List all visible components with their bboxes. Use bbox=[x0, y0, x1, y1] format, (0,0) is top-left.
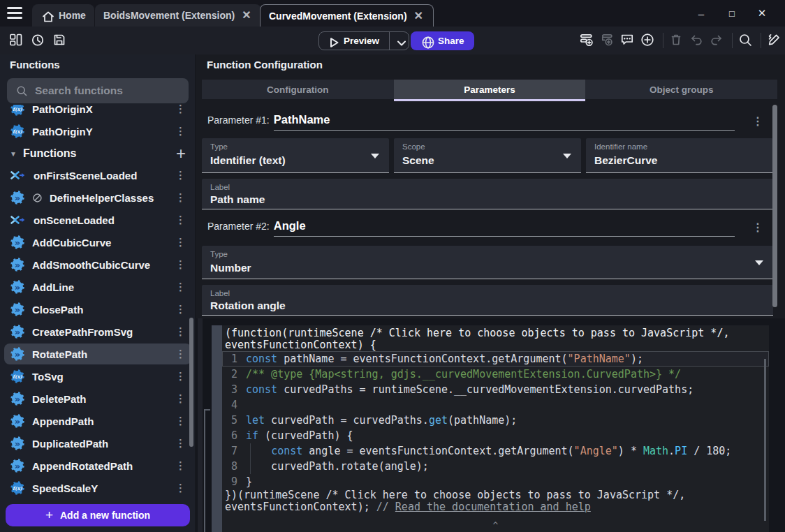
preview-button[interactable]: Preview bbox=[318, 31, 409, 50]
share-button[interactable]: Share bbox=[411, 31, 474, 50]
code-line-8[interactable]: 8 curvedPath.rotate(angle); bbox=[222, 459, 769, 474]
code-scrollbar[interactable] bbox=[764, 359, 766, 521]
code-line-9[interactable]: 9} bbox=[222, 474, 769, 489]
add-function-button[interactable]: + Add a new function bbox=[6, 504, 190, 526]
collapse-triangle-icon[interactable]: ▼ bbox=[10, 150, 17, 158]
code-line-7[interactable]: 7 const angle = eventsFunctionContext.ge… bbox=[222, 443, 769, 459]
menu-icon[interactable] bbox=[7, 7, 22, 20]
save-icon[interactable] bbox=[52, 32, 68, 49]
parameter-1-type-select[interactable]: Type Identifier (text) bbox=[202, 138, 389, 173]
parameter-2-menu-icon[interactable]: ⋮ bbox=[752, 221, 763, 234]
function-item-PathOriginY[interactable]: f(x)PathOriginY⋮ bbox=[4, 121, 191, 142]
search-input[interactable]: Search functions bbox=[7, 78, 189, 103]
panels-icon[interactable] bbox=[8, 32, 25, 49]
item-menu-icon[interactable]: ⋮ bbox=[175, 459, 186, 472]
maximize-button[interactable]: □ bbox=[722, 6, 742, 21]
tab-home[interactable]: Home bbox=[32, 4, 94, 27]
search-icon bbox=[15, 84, 28, 97]
history-icon[interactable] bbox=[30, 32, 47, 49]
item-menu-icon[interactable]: ⋮ bbox=[175, 105, 186, 115]
parameter-2-type-select[interactable]: Type Number bbox=[202, 246, 773, 279]
function-item-DeletePath[interactable]: »DeletePath⋮ bbox=[4, 388, 191, 409]
close-button[interactable]: ✕ bbox=[752, 6, 772, 21]
item-menu-icon[interactable]: ⋮ bbox=[175, 236, 186, 249]
code-line-6[interactable]: 6if (curvedPath) { bbox=[222, 428, 769, 443]
item-menu-icon[interactable]: ⋮ bbox=[175, 258, 186, 271]
field-value: Path name bbox=[210, 193, 265, 206]
tab-boidsmovement[interactable]: BoidsMovement (Extension) ✕ bbox=[95, 4, 261, 27]
function-item-CreatePathFromSvg[interactable]: »CreatePathFromSvg⋮ bbox=[4, 321, 191, 342]
code-line-5[interactable]: 5let curvedPath = curvedPaths.get(pathNa… bbox=[222, 413, 769, 428]
item-menu-icon[interactable]: ⋮ bbox=[175, 370, 186, 383]
item-menu-icon[interactable]: ⋮ bbox=[175, 214, 186, 226]
parameter-1-menu-icon[interactable]: ⋮ bbox=[752, 114, 763, 128]
tab-configuration[interactable]: Configuration bbox=[202, 80, 394, 99]
undo-icon[interactable] bbox=[689, 32, 705, 49]
function-item-DefineHelperClasses[interactable]: »DefineHelperClasses⋮ bbox=[4, 187, 191, 208]
item-menu-icon[interactable]: ⋮ bbox=[175, 415, 186, 427]
item-menu-icon[interactable]: ⋮ bbox=[175, 303, 186, 316]
tab-parameters[interactable]: Parameters bbox=[394, 80, 586, 99]
function-name: AddCubicCurve bbox=[32, 237, 111, 249]
item-menu-icon[interactable]: ⋮ bbox=[175, 281, 186, 293]
function-item-PathOriginX[interactable]: f(x)PathOriginX⋮ bbox=[4, 105, 191, 119]
item-menu-icon[interactable]: ⋮ bbox=[175, 325, 186, 338]
sidebar-scrollbar[interactable] bbox=[189, 318, 193, 447]
item-menu-icon[interactable]: ⋮ bbox=[175, 437, 186, 450]
magic-pencil-icon[interactable] bbox=[766, 32, 783, 49]
tab-object-groups[interactable]: Object groups bbox=[585, 80, 777, 99]
function-item-RotatePath[interactable]: »RotatePath⋮ bbox=[4, 343, 191, 364]
function-item-AppendPath[interactable]: »AppendPath⋮ bbox=[4, 411, 191, 431]
tab-curvedmovement[interactable]: CurvedMovement (Extension) ✕ bbox=[260, 4, 434, 27]
add-circle-icon[interactable] bbox=[640, 32, 656, 49]
add-function-plus-icon[interactable]: + bbox=[176, 145, 186, 162]
function-item-AddCubicCurve[interactable]: »AddCubicCurve⋮ bbox=[4, 232, 191, 253]
function-item-SpeedScaleY[interactable]: f(x)SpeedScaleY⋮ bbox=[4, 478, 191, 498]
parameter-1-label-input[interactable]: Label Path name bbox=[202, 179, 773, 209]
item-menu-icon[interactable]: ⋮ bbox=[175, 169, 186, 182]
minimize-button[interactable]: – bbox=[691, 6, 711, 21]
function-item-onSceneLoaded[interactable]: onSceneLoaded⋮ bbox=[4, 209, 191, 230]
comment-icon[interactable] bbox=[619, 32, 636, 49]
sidebar-title: Functions bbox=[10, 59, 60, 71]
item-menu-icon[interactable]: ⋮ bbox=[175, 191, 186, 204]
code-line-3[interactable]: 3const curvedPaths = runtimeScene.__curv… bbox=[222, 382, 769, 397]
line-number: 6 bbox=[225, 428, 237, 443]
parameter-1-identifier-input[interactable]: Identifier name BezierCurve bbox=[586, 138, 773, 173]
item-menu-icon[interactable]: ⋮ bbox=[175, 392, 186, 405]
item-menu-icon[interactable]: ⋮ bbox=[175, 125, 186, 138]
preview-dropdown-button[interactable] bbox=[389, 32, 409, 50]
function-item-AddLine[interactable]: »AddLine⋮ bbox=[4, 276, 191, 297]
event-drag-handle[interactable] bbox=[212, 325, 222, 532]
search-icon[interactable] bbox=[738, 32, 754, 49]
code-line-2[interactable]: 2/** @type {Map<string, gdjs.__curvedMov… bbox=[222, 367, 769, 382]
parameter-2-label-input[interactable]: Label Rotation angle bbox=[202, 285, 773, 316]
share-label: Share bbox=[438, 36, 464, 46]
parameter-1-name-input[interactable]: PathName bbox=[274, 113, 735, 131]
close-tab-icon[interactable]: ✕ bbox=[413, 10, 425, 22]
item-menu-icon[interactable]: ⋮ bbox=[175, 482, 186, 494]
function-item-onFirstSceneLoaded[interactable]: onFirstSceneLoaded⋮ bbox=[4, 165, 191, 186]
item-menu-icon[interactable]: ⋮ bbox=[175, 348, 186, 360]
code-line-4[interactable]: 4 bbox=[222, 397, 769, 413]
parameter-2-name-input[interactable]: Angle bbox=[274, 219, 735, 237]
function-name: DefineHelperClasses bbox=[50, 192, 154, 204]
add-subevent-icon[interactable] bbox=[599, 32, 616, 49]
js-code-editor[interactable]: (function(runtimeScene /* Click here to … bbox=[222, 325, 769, 532]
code-line-1[interactable]: 1const pathName = eventsFunctionContext.… bbox=[222, 351, 769, 367]
parameter-1-scope-select[interactable]: Scope Scene bbox=[394, 138, 581, 173]
functions-section-header[interactable]: ▼Functions+ bbox=[0, 143, 196, 164]
parameters-scrollbar[interactable] bbox=[772, 105, 777, 307]
code-footer[interactable]: })(runtimeScene /* Click here to choose … bbox=[222, 489, 769, 513]
function-item-DuplicatedPath[interactable]: »DuplicatedPath⋮ bbox=[4, 433, 191, 454]
function-item-AppendRotatedPath[interactable]: »AppendRotatedPath⋮ bbox=[4, 455, 191, 476]
function-item-ToSvg[interactable]: f(x)ToSvg⋮ bbox=[4, 366, 191, 387]
add-event-icon[interactable] bbox=[579, 32, 596, 49]
code-header[interactable]: (function(runtimeScene /* Click here to … bbox=[222, 325, 769, 351]
close-tab-icon[interactable]: ✕ bbox=[240, 10, 252, 21]
trash-icon[interactable] bbox=[668, 32, 685, 49]
function-item-AddSmoothCubicCurve[interactable]: »AddSmoothCubicCurve⋮ bbox=[4, 254, 191, 275]
function-item-ClosePath[interactable]: »ClosePath⋮ bbox=[4, 299, 191, 320]
redo-icon[interactable] bbox=[709, 32, 726, 49]
line-number: 7 bbox=[225, 443, 237, 459]
